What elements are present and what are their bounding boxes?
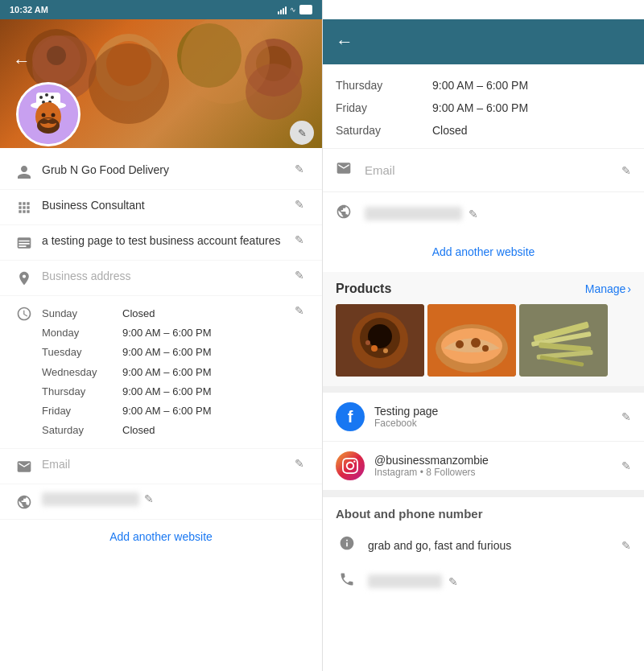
edit-phone-button[interactable]: ✎ xyxy=(448,575,458,588)
product-thumb-3 xyxy=(519,304,608,377)
avatar-container xyxy=(16,82,80,146)
about-section: About and phone number grab and go, fast… xyxy=(323,491,644,609)
facebook-page-name: Testing page xyxy=(374,405,621,418)
edit-website-button-left[interactable]: ✎ xyxy=(139,492,159,505)
business-name: Grub N Go Food Delivery xyxy=(42,163,290,179)
location-icon xyxy=(16,270,32,286)
left-status-icons: ∿ 68 xyxy=(278,5,312,14)
edit-facebook-button[interactable]: ✎ xyxy=(621,410,631,423)
product-art-3 xyxy=(519,304,608,377)
instagram-icon xyxy=(336,451,365,480)
hours-time: 9:00 AM – 6:00 PM xyxy=(122,404,287,418)
day-col: Saturday xyxy=(336,124,432,137)
instagram-svg xyxy=(342,458,358,474)
person-icon xyxy=(16,164,32,180)
hours-time: Closed xyxy=(122,423,287,438)
add-website-right: Add another website xyxy=(323,235,644,272)
hours-row-left: Wednesday9:00 AM – 6:00 PM xyxy=(42,363,287,382)
battery-badge: 68 xyxy=(299,5,312,14)
hours-row-left: Monday9:00 AM – 6:00 PM xyxy=(42,323,287,343)
time-col: 9:00 AM – 6:00 PM xyxy=(432,101,631,114)
globe-icon-container-left xyxy=(13,494,35,510)
hours-day: Tuesday xyxy=(42,345,122,360)
website-url-right: blurredwebsite.com xyxy=(365,207,462,220)
hours-time: 9:00 AM – 6:00 PM xyxy=(122,365,287,380)
cover-area: ← xyxy=(0,19,322,154)
edit-website-button-right[interactable]: ✎ xyxy=(469,208,478,220)
edit-name-button[interactable]: ✎ xyxy=(290,163,309,175)
profile-header: ✎ xyxy=(0,148,322,154)
svg-point-33 xyxy=(456,340,464,348)
edit-about-button[interactable]: ✎ xyxy=(621,539,631,552)
right-back-button[interactable]: ← xyxy=(336,31,353,52)
hours-row-right: SaturdayClosed xyxy=(336,119,631,142)
wifi-icon: ∿ xyxy=(290,6,296,14)
facebook-icon: f xyxy=(336,402,365,431)
edit-email-icon-left: ✎ xyxy=(295,457,304,470)
address-item: Business address ✎ xyxy=(0,261,322,296)
hours-day: Friday xyxy=(42,404,122,418)
product-art-2 xyxy=(427,304,516,377)
about-title: About and phone number xyxy=(323,507,644,527)
description-icon xyxy=(16,235,32,251)
clock-icon-container xyxy=(13,306,35,322)
svg-point-27 xyxy=(371,345,378,352)
chevron-right-icon: › xyxy=(627,282,631,295)
website-row-right: blurredwebsite.com ✎ xyxy=(323,191,644,235)
product-thumb-2 xyxy=(427,304,516,377)
facebook-item: f Testing page Facebook ✎ xyxy=(323,393,644,442)
avatar xyxy=(16,82,80,146)
description-item: a testing page to test business account … xyxy=(0,225,322,261)
edit-description-button[interactable]: ✎ xyxy=(290,233,309,246)
hours-row-left: Thursday9:00 AM – 6:00 PM xyxy=(42,382,287,401)
right-scroll-area: Thursday9:00 AM – 6:00 PMFriday9:00 AM –… xyxy=(323,64,644,671)
email-item-left: Email ✎ xyxy=(0,449,322,484)
location-icon-container xyxy=(13,270,35,286)
hours-table-left: SundayClosedMonday9:00 AM – 6:00 PMTuesd… xyxy=(42,304,287,440)
email-row-right: Email ✎ xyxy=(323,148,644,191)
add-website-left: Add another website xyxy=(0,520,322,557)
hours-right-table: Thursday9:00 AM – 6:00 PMFriday9:00 AM –… xyxy=(336,74,631,142)
svg-point-13 xyxy=(51,96,54,99)
time-col: 9:00 AM – 6:00 PM xyxy=(432,79,631,92)
hours-day: Saturday xyxy=(42,423,122,438)
manage-link[interactable]: Manage › xyxy=(585,282,631,295)
add-website-link-left[interactable]: Add another website xyxy=(109,530,213,543)
about-description-item: grab and go, fast and furious ✎ xyxy=(323,527,644,563)
edit-website-icon-left: ✎ xyxy=(144,492,154,505)
svg-point-34 xyxy=(471,338,481,348)
hours-row-left: Tuesday9:00 AM – 6:00 PM xyxy=(42,343,287,362)
info-icon xyxy=(336,535,358,555)
hours-day: Sunday xyxy=(42,307,122,321)
edit-email-button-left[interactable]: ✎ xyxy=(290,457,309,470)
hours-top-section: Thursday9:00 AM – 6:00 PMFriday9:00 AM –… xyxy=(323,64,644,148)
hours-day: Wednesday xyxy=(42,365,122,380)
edit-hours-button[interactable]: ✎ xyxy=(290,304,309,317)
hours-time: Closed xyxy=(122,307,287,321)
facebook-text: Testing page Facebook xyxy=(374,405,621,429)
edit-description-icon: ✎ xyxy=(295,233,304,246)
day-col: Friday xyxy=(336,101,432,114)
category-icon xyxy=(16,200,32,216)
edit-category-button[interactable]: ✎ xyxy=(290,198,309,211)
hours-day: Monday xyxy=(42,326,122,340)
email-svg-right xyxy=(336,160,352,176)
svg-point-12 xyxy=(45,93,48,97)
email-icon-container-left xyxy=(13,459,35,475)
left-nav-bar: ← xyxy=(0,39,322,84)
edit-email-button-right[interactable]: ✎ xyxy=(621,164,631,177)
time-col: Closed xyxy=(432,124,631,137)
left-status-bar: 10:32 AM ∿ 68 xyxy=(0,0,322,19)
business-category: Business Consultant xyxy=(42,198,290,214)
profile-info: Grub N Go Food Delivery ✎ Business Consu… xyxy=(0,154,322,557)
back-button[interactable]: ← xyxy=(13,51,31,72)
instagram-handle: @businessmanzombie xyxy=(374,454,621,467)
edit-address-button[interactable]: ✎ xyxy=(290,269,309,282)
svg-point-28 xyxy=(383,348,388,353)
about-phone-item: +1 555 blurred ✎ xyxy=(323,563,644,599)
right-panel: 10:32 AM ∿ 68 ← Thursday9:00 AM – 6:00 P… xyxy=(322,0,644,671)
edit-avatar-button[interactable]: ✎ xyxy=(290,121,314,145)
add-website-link-right[interactable]: Add another website xyxy=(432,245,535,258)
hours-item: SundayClosedMonday9:00 AM – 6:00 PMTuesd… xyxy=(0,296,322,449)
edit-instagram-button[interactable]: ✎ xyxy=(621,459,631,472)
